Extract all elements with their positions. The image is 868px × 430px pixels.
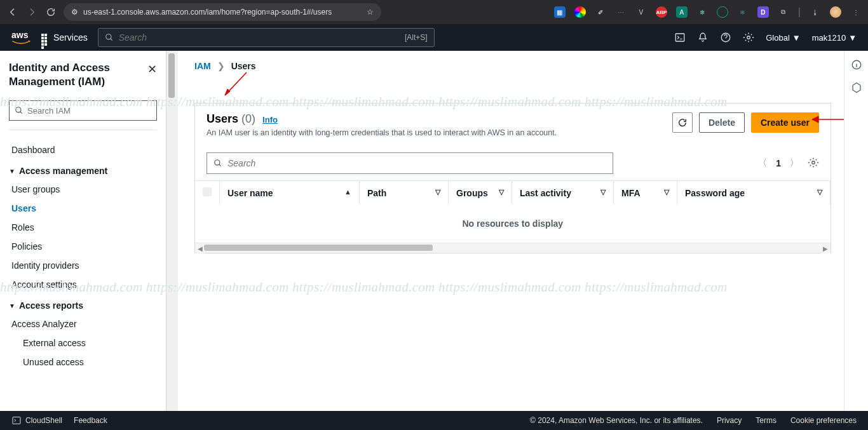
scroll-right-icon[interactable]: ▶ [820,243,831,253]
search-icon [105,33,114,42]
sort-icon[interactable]: ▽ [600,188,606,196]
grid-icon [41,33,50,42]
col-password-age[interactable]: Password age▽ [677,181,831,205]
refresh-button[interactable] [672,112,693,133]
sort-icon[interactable]: ▽ [817,188,822,196]
svg-point-4 [16,107,21,112]
sidebar-item-unused-access[interactable]: Unused access [9,353,166,372]
col-last-activity[interactable]: Last activity▽ [512,181,614,205]
terms-link[interactable]: Terms [756,416,776,425]
ext-icon[interactable]: ❄ [696,6,708,18]
page-number: 1 [776,158,781,168]
info-link[interactable]: Info [262,115,278,124]
table-settings-icon[interactable] [808,157,819,170]
table-hscrollbar[interactable]: ◀ ▶ [195,243,831,253]
col-select[interactable] [195,181,220,205]
sidebar-item-policies[interactable]: Policies [9,237,166,256]
svg-rect-12 [13,417,20,424]
sidebar-scrollbar[interactable] [166,51,178,411]
users-panel: Users (0) Info An IAM user is an identit… [194,103,831,253]
privacy-link[interactable]: Privacy [717,416,742,425]
ext-icon[interactable] [717,6,728,18]
svg-line-5 [225,72,247,95]
settings-icon[interactable] [743,32,754,43]
sidebar-search-input[interactable] [27,106,151,116]
svg-point-7 [215,160,220,165]
account-selector[interactable]: mak1210 ▼ [812,33,857,43]
col-groups[interactable]: Groups▽ [449,181,512,205]
url-bar[interactable]: ⚙ us-east-1.console.aws.amazon.com/iam/h… [64,3,381,21]
sidebar-item-external-access[interactable]: External access [9,333,166,353]
services-label: Services [53,32,88,43]
col-user-name[interactable]: User name▲ [220,181,360,205]
url-text: us-east-1.console.aws.amazon.com/iam/hom… [83,8,332,17]
hex-rail-icon[interactable] [849,80,864,95]
checkbox[interactable] [203,187,212,196]
ext-icon[interactable]: ▦ [554,6,566,18]
bell-icon[interactable] [697,32,709,43]
profile-avatar[interactable] [830,6,841,18]
help-icon[interactable] [720,32,731,43]
aws-logo[interactable]: aws [11,30,31,45]
table-search-input[interactable] [227,158,606,168]
sort-icon[interactable]: ▽ [435,188,440,196]
back-icon[interactable] [6,6,19,18]
sidebar-item-account-settings[interactable]: Account settings [9,275,166,294]
ext-icon[interactable]: ⋯ [615,6,627,18]
panel-description: An IAM user is an identity with long-ter… [207,128,672,137]
page-prev-icon[interactable]: 〈 [758,158,767,169]
sidebar-item-access-analyzer[interactable]: Access Analyzer [9,314,166,333]
ext-icon[interactable]: D [757,6,769,18]
site-controls-icon: ⚙ [71,8,78,17]
svg-point-0 [105,34,111,39]
star-icon[interactable]: ☆ [367,8,374,17]
sidebar-item-user-groups[interactable]: User groups [9,180,166,199]
ext-icon[interactable] [574,6,586,18]
reload-icon[interactable] [44,6,57,18]
cookie-link[interactable]: Cookie preferences [790,416,857,425]
sidebar-item-dashboard[interactable]: Dashboard [9,140,166,159]
download-icon[interactable]: ⭳ [810,6,821,18]
feedback-link[interactable]: Feedback [74,416,107,425]
sidebar-item-users[interactable]: Users [9,199,166,218]
sort-icon[interactable]: ▽ [499,188,504,196]
services-button[interactable]: Services [41,32,88,43]
sidebar-group-access-management[interactable]: ▼Access management [9,159,166,180]
main-layout: ✕ Identity and Access Management (IAM) D… [0,51,868,411]
breadcrumb-root[interactable]: IAM [194,61,211,71]
ext-v-icon[interactable]: V [635,6,647,18]
cloudshell-nav-icon[interactable] [674,32,686,43]
caret-down-icon: ▼ [9,302,15,309]
info-rail-icon[interactable] [849,57,864,72]
region-selector[interactable]: Global ▼ [766,33,800,43]
sidebar-group-access-reports[interactable]: ▼Access reports [9,294,166,314]
col-path[interactable]: Path▽ [360,181,449,205]
create-user-button[interactable]: Create user [751,112,819,133]
annotation-arrow [219,70,250,103]
aws-search[interactable]: [Alt+S] [98,28,435,47]
color-picker-icon[interactable]: ✐ [595,6,606,18]
abp-icon[interactable]: ABP [656,6,667,18]
col-mfa[interactable]: MFA▽ [614,181,677,205]
sort-asc-icon[interactable]: ▲ [344,188,351,196]
search-icon [214,159,222,168]
table-search[interactable] [207,152,613,174]
svg-point-8 [812,161,815,164]
menu-icon[interactable]: ⋮ [850,6,862,18]
react-icon[interactable]: ⚛ [737,6,749,18]
forward-icon[interactable] [25,6,38,18]
right-rail [844,51,868,411]
panel-title: Users (0) Info [207,112,672,126]
breadcrumb: IAM ❯ Users [194,61,831,71]
close-icon[interactable]: ✕ [147,62,157,76]
extensions-icon[interactable]: ⧉ [778,6,789,18]
sidebar-item-identity-providers[interactable]: Identity providers [9,256,166,275]
page-next-icon[interactable]: 〉 [790,158,799,169]
ext-icon[interactable]: A [676,6,688,18]
aws-search-input[interactable] [119,32,400,43]
sidebar-item-roles[interactable]: Roles [9,218,166,237]
delete-button[interactable]: Delete [699,112,745,133]
sort-icon[interactable]: ▽ [664,188,669,196]
cloudshell-button[interactable]: CloudShell [11,415,62,426]
sidebar-search[interactable] [9,100,157,121]
